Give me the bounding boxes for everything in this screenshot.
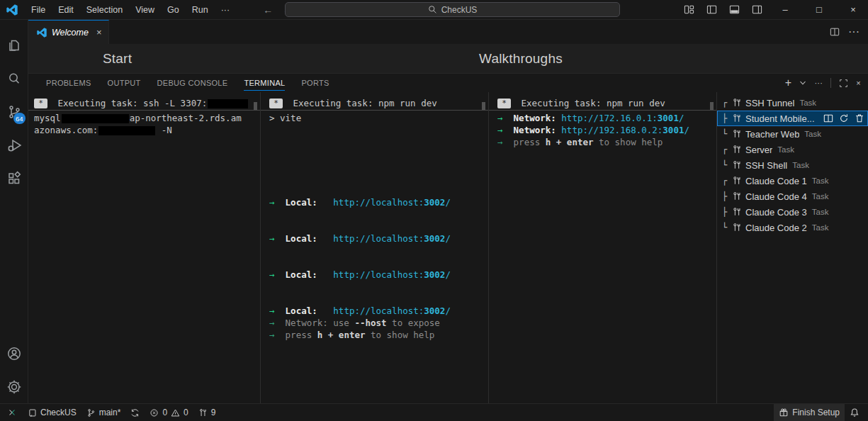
extensions-icon[interactable] xyxy=(0,162,28,195)
terminal-text: --host xyxy=(354,318,386,328)
scrollbar-handle[interactable] xyxy=(710,102,714,110)
tree-connector: └ xyxy=(722,160,729,170)
terminal-line xyxy=(269,208,484,220)
terminal-list-item[interactable]: ├ Claude Code 3Task xyxy=(717,204,868,220)
workspace-status[interactable]: CheckUS xyxy=(23,404,81,421)
maximize-panel-icon[interactable] xyxy=(839,79,848,88)
minimize-button[interactable]: – xyxy=(770,0,800,19)
toggle-primary-sidebar-icon[interactable] xyxy=(702,2,721,18)
terminal-meta: Task xyxy=(792,161,809,169)
tab-ports[interactable]: PORTS xyxy=(301,75,329,91)
scrollbar-handle[interactable] xyxy=(482,102,485,110)
terminal-list-item[interactable]: ├ Student Mobile... xyxy=(717,111,868,126)
terminal-list-item[interactable]: ┌ SSH TunnelTask xyxy=(717,95,868,111)
close-button[interactable]: × xyxy=(838,0,868,19)
terminal-text: Local: xyxy=(286,233,317,244)
terminal-line xyxy=(269,148,484,160)
task-tools-icon xyxy=(732,129,742,139)
notifications-bell[interactable] xyxy=(845,404,868,421)
terminal-pane-dev-1[interactable]: * Executing task: npm run dev> vite → Lo… xyxy=(261,92,489,403)
terminal-text: / xyxy=(684,125,689,135)
toggle-secondary-sidebar-icon[interactable] xyxy=(748,2,766,18)
terminal-list-item[interactable]: ├ Claude Code 4Task xyxy=(717,189,868,204)
terminal-pane-ssh-tunnel[interactable]: * Executing task: ssh -L 3307:mysqlap-no… xyxy=(28,92,261,403)
search-text: CheckUS xyxy=(441,5,478,15)
terminal-line: azonaws.com: -N xyxy=(34,124,256,136)
menu-more[interactable]: ··· xyxy=(215,2,237,18)
terminal-list-item[interactable]: └ Teacher WebTask xyxy=(717,126,868,142)
back-arrow-icon[interactable]: ← xyxy=(263,4,273,16)
remote-indicator[interactable] xyxy=(0,404,23,421)
tab-output[interactable]: OUTPUT xyxy=(108,75,141,91)
menu-run[interactable]: Run xyxy=(186,2,215,18)
tab-close-icon[interactable]: × xyxy=(96,27,102,38)
maximize-button[interactable]: □ xyxy=(804,0,834,19)
relaunch-task-icon[interactable] xyxy=(839,113,849,123)
new-terminal-icon[interactable]: + xyxy=(785,78,792,88)
terminal-name: Claude Code 3 xyxy=(745,207,807,218)
tree-connector: ├ xyxy=(722,191,729,201)
terminal-list-item[interactable]: └ SSH ShellTask xyxy=(717,157,868,173)
terminal-text: ap-northeast-2.rds.am xyxy=(130,113,242,123)
terminal-pane-dev-2[interactable]: * Executing task: npm run dev→ Network: … xyxy=(489,92,717,403)
git-branch-icon xyxy=(86,408,96,417)
terminal-text xyxy=(275,233,286,244)
tab-terminal[interactable]: TERMINAL xyxy=(244,75,285,91)
customize-layout-icon[interactable] xyxy=(680,2,698,18)
panel-more-actions-icon[interactable]: ··· xyxy=(814,79,823,87)
command-center-search[interactable]: CheckUS xyxy=(285,2,620,17)
task-tools-icon xyxy=(732,207,742,217)
run-debug-icon[interactable] xyxy=(0,128,28,162)
error-count: 0 xyxy=(162,408,167,417)
editor-more-actions-icon[interactable]: ··· xyxy=(848,26,859,38)
terminal-text: 3002 xyxy=(424,233,445,244)
menu-file[interactable]: File xyxy=(25,2,52,18)
close-panel-icon[interactable]: × xyxy=(856,79,861,87)
tab-problems[interactable]: PROBLEMS xyxy=(46,75,91,91)
accounts-icon[interactable] xyxy=(0,337,28,370)
terminal-text: / xyxy=(445,197,451,208)
terminal-text: 3001 xyxy=(663,125,684,135)
menu-go[interactable]: Go xyxy=(161,2,186,18)
command-separator xyxy=(489,110,716,111)
terminal-name: Server xyxy=(745,145,772,155)
scrollbar-handle[interactable] xyxy=(254,102,257,110)
terminal-list-item[interactable]: └ Claude Code 2Task xyxy=(717,220,868,235)
tab-welcome[interactable]: Welcome × xyxy=(28,20,109,44)
source-control-icon[interactable]: 64 xyxy=(0,95,28,128)
terminal-list-item[interactable]: ┌ ServerTask xyxy=(717,142,868,157)
terminal-text: Executing task: npm run dev xyxy=(516,98,665,108)
terminal-text: -N xyxy=(156,125,172,135)
split-terminal-icon[interactable] xyxy=(823,113,833,123)
redacted-text xyxy=(98,126,155,135)
terminal-text: 3002 xyxy=(424,305,445,316)
terminal-list-item[interactable]: ┌ Claude Code 1Task xyxy=(717,173,868,189)
command-separator xyxy=(261,110,488,111)
menu-view[interactable]: View xyxy=(129,2,161,18)
task-tools-icon xyxy=(732,113,742,123)
running-tasks-status[interactable]: 9 xyxy=(193,404,221,421)
terminal-text: Executing task: ssh -L 3307: xyxy=(52,98,207,108)
tree-connector: └ xyxy=(722,223,729,232)
terminal-text xyxy=(317,197,334,208)
menu-edit[interactable]: Edit xyxy=(52,2,80,18)
kill-terminal-icon[interactable] xyxy=(855,113,864,123)
git-branch-status[interactable]: main* xyxy=(81,404,126,421)
remote-window-icon xyxy=(28,408,37,417)
toggle-panel-icon[interactable] xyxy=(725,2,743,18)
task-tools-icon xyxy=(732,145,742,155)
welcome-page: Start Walkthroughs xyxy=(28,44,868,73)
menu-selection[interactable]: Selection xyxy=(80,2,129,18)
gift-icon xyxy=(779,408,789,417)
terminal-text: → xyxy=(269,305,275,316)
tab-debug-console[interactable]: DEBUG CONSOLE xyxy=(157,75,228,91)
finish-setup-button[interactable]: Finish Setup xyxy=(774,404,845,421)
split-editor-icon[interactable] xyxy=(830,27,840,37)
terminal-text: to show help xyxy=(593,137,663,147)
settings-gear-icon[interactable] xyxy=(0,370,28,403)
problems-status[interactable]: 0 0 xyxy=(145,404,193,421)
terminal-dropdown-chevron-icon[interactable] xyxy=(799,79,806,86)
search-sidebar-icon[interactable] xyxy=(0,62,28,95)
sync-status[interactable] xyxy=(125,404,145,421)
explorer-icon[interactable] xyxy=(0,28,28,62)
